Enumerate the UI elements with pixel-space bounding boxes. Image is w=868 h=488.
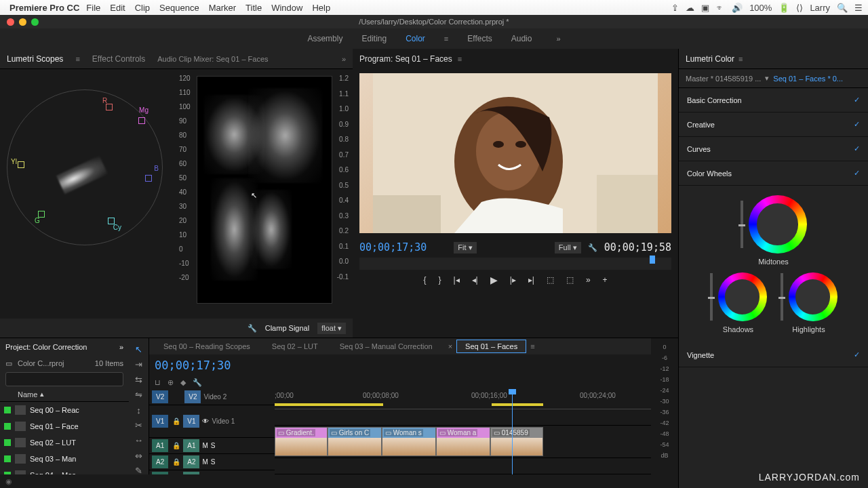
workspace-effects[interactable]: Effects (467, 34, 492, 43)
panel-overflow-icon[interactable]: » (342, 55, 346, 63)
a1-label[interactable]: A1 (183, 439, 199, 452)
adobe-icon[interactable]: ▣ (701, 3, 709, 13)
mute-a1[interactable]: M (202, 442, 208, 449)
slide-tool[interactable]: ⇔ (133, 450, 145, 461)
settings-icon[interactable]: 🔧 (588, 243, 597, 252)
full-select[interactable]: Full ▾ (555, 242, 581, 253)
rolling-edit-tool[interactable]: ⇋ (133, 389, 145, 400)
tab-lumetri-scopes[interactable]: Lumetri Scopes (7, 54, 63, 64)
timeline-ruler[interactable]: ;00;00 00;00;08;00 00;00;16;00 00;00;24;… (275, 389, 651, 409)
mute-a2[interactable]: M (202, 458, 208, 466)
menu-icon[interactable]: ☰ (854, 3, 863, 13)
midtones-luma-slider[interactable] (741, 201, 743, 248)
extract-button[interactable]: ⬚ (566, 275, 574, 285)
track-select-tool[interactable]: ⇥ (133, 359, 145, 369)
project-overflow-icon[interactable]: » (119, 343, 123, 351)
linked-sel-icon[interactable]: ⊕ (167, 378, 174, 387)
timeline-tab-0[interactable]: Seq 00 – Reading Scopes (155, 340, 259, 353)
menu-edit[interactable]: Edit (110, 3, 125, 13)
lumetri-curves[interactable]: Curves✓ (679, 137, 868, 161)
wrench-icon[interactable]: 🔧 (248, 324, 257, 333)
dropbox-icon[interactable]: ⇪ (671, 3, 679, 13)
spotlight-icon[interactable]: 🔍 (837, 3, 848, 13)
lumetri-color-wheels[interactable]: Color Wheels✓ (679, 161, 868, 186)
a2-label[interactable]: A2 (183, 455, 199, 468)
marker-icon[interactable]: ◆ (180, 378, 186, 387)
go-to-in-button[interactable]: |◂ (453, 275, 459, 285)
timeline-tab-2[interactable]: Seq 03 – Manual Correction (331, 340, 441, 353)
fit-select[interactable]: Fit ▾ (454, 242, 476, 253)
battery-icon[interactable]: 🔋 (778, 3, 789, 13)
close-window-button[interactable] (7, 18, 14, 26)
close-tab-icon[interactable]: × (448, 342, 452, 350)
snap-icon[interactable]: ⊔ (155, 378, 161, 387)
menu-sequence[interactable]: Sequence (159, 3, 199, 13)
add-button[interactable]: + (603, 275, 608, 285)
project-search-input[interactable] (5, 372, 123, 386)
razor-tool[interactable]: ✂ (133, 420, 145, 430)
lock-icon[interactable]: 🔒 (172, 418, 180, 425)
clip[interactable]: ▭ Woman s (382, 427, 436, 456)
timeline-tc[interactable]: 00;00;17;30 (155, 359, 231, 372)
project-item[interactable]: Seq 03 – Man (0, 451, 129, 467)
workspace-editing[interactable]: Editing (361, 34, 387, 43)
solo-a2[interactable]: S (211, 458, 216, 466)
solo-a1[interactable]: S (211, 442, 216, 449)
cc-icon[interactable]: ☁ (686, 3, 694, 13)
v2-src-label[interactable]: V2 (152, 390, 168, 403)
program-tc-in[interactable]: 00;00;17;30 (359, 241, 427, 253)
v1-src-label[interactable]: V1 (152, 415, 168, 428)
step-back-button[interactable]: ◂| (472, 275, 478, 285)
menu-title[interactable]: Title (245, 3, 262, 13)
shadows-wheel[interactable] (718, 272, 767, 321)
code-icon[interactable]: ⟨⟩ (796, 3, 803, 13)
a2-src-label[interactable]: A2 (152, 455, 168, 468)
a1-track[interactable] (275, 458, 651, 474)
mark-in-button[interactable]: { (423, 275, 426, 285)
lift-button[interactable]: ⬚ (547, 275, 554, 285)
tab-effect-controls[interactable]: Effect Controls (92, 54, 145, 64)
menu-window[interactable]: Window (271, 3, 302, 13)
project-item[interactable]: Seq 00 – Reac (0, 402, 129, 418)
clip[interactable]: ▭ Woman a (436, 427, 490, 456)
clip[interactable]: ▭ Girls on C (328, 427, 382, 456)
export-frame-button[interactable]: » (586, 275, 591, 285)
clip[interactable]: ▭ 0145859 (490, 427, 543, 456)
program-scrubber[interactable] (359, 258, 671, 270)
mark-out-button[interactable]: } (438, 275, 441, 285)
workspace-assembly[interactable]: Assembly (307, 34, 342, 43)
v1-track[interactable]: ▭ Gradient.▭ Girls on C▭ Woman s▭ Woman … (275, 426, 651, 458)
workspace-color[interactable]: Color (406, 34, 425, 43)
lock-icon[interactable]: 🔒 (172, 442, 180, 449)
midtones-wheel[interactable] (749, 195, 807, 253)
lock-icon[interactable]: 🔒 (172, 458, 180, 466)
ripple-edit-tool[interactable]: ⇆ (133, 374, 145, 385)
slip-tool[interactable]: ↔ (133, 435, 145, 446)
shadows-luma-slider[interactable] (710, 273, 713, 321)
workspace-audio[interactable]: Audio (511, 34, 532, 43)
timeline-tab-1[interactable]: Seq 02 – LUT (263, 340, 327, 353)
lumetri-master[interactable]: Master * 014585919 ... (686, 75, 761, 83)
workspace-overflow-icon[interactable]: » (556, 35, 560, 43)
menu-clip[interactable]: Clip (135, 3, 150, 13)
a1-src-label[interactable]: A1 (152, 439, 168, 452)
v2-label[interactable]: V2 (184, 390, 201, 403)
wifi-icon[interactable]: ᯤ (716, 3, 725, 13)
project-item[interactable]: Seq 01 – Face (0, 418, 129, 434)
settings-icon[interactable]: 🔧 (193, 378, 202, 387)
zoom-window-button[interactable] (31, 18, 39, 26)
tab-audio-clip-mixer[interactable]: Audio Clip Mixer: Seq 01 – Faces (157, 55, 268, 63)
lumetri-basic-correction[interactable]: Basic Correction✓ (679, 88, 868, 113)
playhead[interactable] (512, 389, 513, 488)
highlights-wheel[interactable] (789, 272, 837, 321)
project-col-name[interactable]: Name (18, 390, 37, 399)
lumetri-creative[interactable]: Creative✓ (679, 113, 868, 137)
volume-icon[interactable]: 🔊 (732, 3, 743, 13)
lumetri-vignette[interactable]: Vignette✓ (679, 343, 868, 367)
lumetri-seq[interactable]: Seq 01 – Faces * 0... (773, 75, 843, 83)
step-fwd-button[interactable]: |▸ (510, 275, 516, 285)
minimize-window-button[interactable] (19, 18, 26, 26)
selection-tool[interactable]: ↖ (133, 344, 145, 354)
bin-icon[interactable]: ▭ (5, 359, 12, 368)
menu-help[interactable]: Help (312, 3, 330, 13)
